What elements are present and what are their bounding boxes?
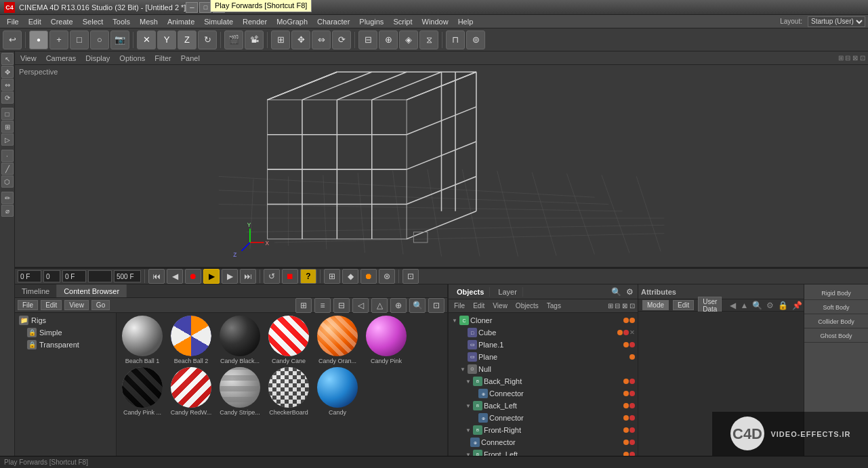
menu-render[interactable]: Render	[239, 16, 271, 27]
cb-view-btn[interactable]: View	[64, 300, 89, 310]
obj-settings-icon[interactable]: ⚙	[624, 286, 635, 297]
vp-tab-cameras[interactable]: Cameras	[43, 53, 79, 64]
menu-simulate[interactable]: Simulate	[200, 16, 237, 27]
mat-item-beach2[interactable]: Beach Ball 2	[168, 316, 214, 364]
dyn-collider-body[interactable]: Collider Body	[804, 316, 868, 328]
timeline-container[interactable]: 0 50 100 150 200 250 300 350 400	[15, 268, 868, 269]
tool-poly[interactable]: ⬡	[1, 175, 14, 188]
obj-item-conn2[interactable]: ⊕ Connector	[450, 412, 636, 424]
tool-select[interactable]: ↖	[1, 53, 14, 65]
cb-icon1[interactable]: ⊞	[295, 298, 312, 313]
menu-animate[interactable]: Animate	[163, 16, 199, 27]
pb-options[interactable]: ⊡	[402, 269, 419, 284]
tb-cam[interactable]: 📷	[110, 30, 129, 49]
tab-content-browser[interactable]: Content Browser	[57, 284, 127, 297]
mat-item-beach1[interactable]: Beach Ball 1	[119, 316, 165, 364]
menu-create[interactable]: Create	[47, 16, 77, 27]
viewport-canvas[interactable]: Perspective	[15, 65, 868, 267]
vp-tab-options[interactable]: Options	[117, 53, 148, 64]
pb-next-frame[interactable]: ▶	[222, 269, 238, 284]
cb-icon3[interactable]: ⊟	[333, 298, 350, 313]
tab-layer[interactable]: Layer	[493, 287, 523, 297]
tool-edge[interactable]: ╱	[1, 163, 14, 175]
frame-current-input[interactable]	[62, 270, 86, 282]
pb-auto[interactable]: ⏺	[360, 269, 377, 284]
obj-item-conn1[interactable]: ⊕ Connector	[450, 387, 636, 400]
close-button[interactable]: ✕	[213, 2, 225, 13]
pb-key-all[interactable]: ⊞	[324, 269, 340, 284]
maximize-button[interactable]: □	[199, 2, 211, 13]
obj-edit-btn[interactable]: Edit	[470, 301, 487, 311]
tb-group[interactable]: ⊕	[379, 30, 398, 49]
mat-item-candyorange[interactable]: Candy Oran...	[314, 316, 360, 364]
cb-icon8[interactable]: ⊡	[428, 298, 445, 313]
tab-timeline[interactable]: Timeline	[15, 284, 57, 297]
obj-item-plane1[interactable]: ▭ Plane.1	[450, 339, 636, 351]
cb-icon2[interactable]: ≡	[314, 298, 331, 313]
objects-list[interactable]: ▼ C Cloner □ Cube	[449, 313, 638, 468]
pb-last-frame[interactable]: ⏭	[240, 269, 256, 284]
cb-icon6[interactable]: ⊕	[390, 298, 407, 313]
tool-pt[interactable]: ·	[1, 150, 14, 162]
dyn-rigid-body[interactable]: Rigid Body	[804, 287, 868, 300]
attr-pin-icon[interactable]: 📌	[792, 301, 802, 310]
tb-snap[interactable]: ⊞	[271, 30, 290, 49]
tb-mat[interactable]: ◈	[399, 30, 418, 49]
attr-lock-icon[interactable]: 🔒	[778, 301, 788, 310]
menu-help[interactable]: Help	[454, 16, 478, 27]
menu-plugins[interactable]: Plugins	[355, 16, 388, 27]
menu-window[interactable]: Window	[418, 16, 453, 27]
attr-nav-left[interactable]: ◀	[730, 301, 736, 310]
tb-fx[interactable]: ⧖	[419, 30, 438, 49]
cb-icon7[interactable]: 🔍	[409, 298, 426, 313]
obj-item-null[interactable]: ▼ ⊙ Null	[450, 363, 636, 375]
tool-move[interactable]: ✥	[1, 66, 14, 78]
obj-file-btn[interactable]: File	[451, 301, 468, 311]
attr-nav-up[interactable]: ▲	[740, 301, 748, 310]
tool-obj[interactable]: ⊞	[1, 121, 14, 133]
obj-item-conn3[interactable]: ⊕ Connector	[450, 436, 636, 448]
menu-mesh[interactable]: Mesh	[136, 16, 162, 27]
tb-render2[interactable]: 📽	[245, 30, 264, 49]
tb-rot2[interactable]: ⟳	[332, 30, 351, 49]
attr-mode-btn[interactable]: Mode	[642, 300, 669, 310]
dyn-soft-body[interactable]: Soft Body	[804, 301, 868, 314]
fps-input[interactable]	[43, 270, 60, 282]
mat-item-candypink2[interactable]: Candy Pink ...	[119, 367, 165, 416]
mat-item-candypink[interactable]: Candy Pink	[363, 316, 409, 364]
menu-mograph[interactable]: MoGraph	[272, 16, 312, 27]
pb-motion[interactable]: ⊛	[379, 269, 395, 284]
pb-play-forward[interactable]: ▶	[203, 269, 220, 284]
tb-deform[interactable]: ⊓	[446, 30, 465, 49]
pb-prev-frame[interactable]: ◀	[167, 269, 183, 284]
tb-ymark[interactable]: Y	[157, 30, 176, 49]
mat-item-candy-blue[interactable]: Candy	[314, 367, 360, 416]
pb-stop[interactable]: ⏹	[282, 269, 298, 284]
menu-edit[interactable]: Edit	[24, 16, 45, 27]
pb-first-frame[interactable]: ⏮	[148, 269, 165, 284]
obj-tags-btn[interactable]: Tags	[544, 301, 564, 311]
attr-gear-icon[interactable]: ⚙	[766, 301, 774, 310]
tb-zmark[interactable]: Z	[178, 30, 197, 49]
obj-objects-btn[interactable]: Objects	[513, 301, 541, 311]
obj-item-backright[interactable]: ▼ B Back_Right	[450, 375, 636, 387]
obj-item-backleft[interactable]: ▼ B Back_Left	[450, 400, 636, 412]
vp-tab-filter[interactable]: Filter	[152, 53, 173, 64]
mat-item-candyred[interactable]: Candy RedW...	[168, 367, 214, 416]
tb-move[interactable]: ✥	[291, 30, 310, 49]
cb-item-transparent[interactable]: 🔒 Transparent	[16, 339, 115, 351]
minimize-button[interactable]: ─	[186, 2, 198, 13]
vp-tab-display[interactable]: Display	[83, 53, 112, 64]
attr-search-icon[interactable]: 🔍	[752, 301, 762, 310]
mat-item-candyblack[interactable]: Candy Black...	[217, 316, 263, 364]
frame-end-input[interactable]	[114, 270, 141, 282]
obj-item-frontright[interactable]: ▼ B Front-Right	[450, 424, 636, 436]
menu-script[interactable]: Script	[389, 16, 416, 27]
tool-scale[interactable]: ⇔	[1, 79, 14, 91]
cb-item-rigs[interactable]: 📁 Rigs	[16, 314, 115, 326]
tb-grid[interactable]: ⊟	[358, 30, 377, 49]
obj-search-icon[interactable]: 🔍	[611, 286, 621, 297]
pb-help[interactable]: ?	[300, 269, 316, 284]
tool-paint[interactable]: ✏	[1, 192, 14, 204]
cb-item-simple[interactable]: 🔒 Simple	[16, 326, 115, 339]
